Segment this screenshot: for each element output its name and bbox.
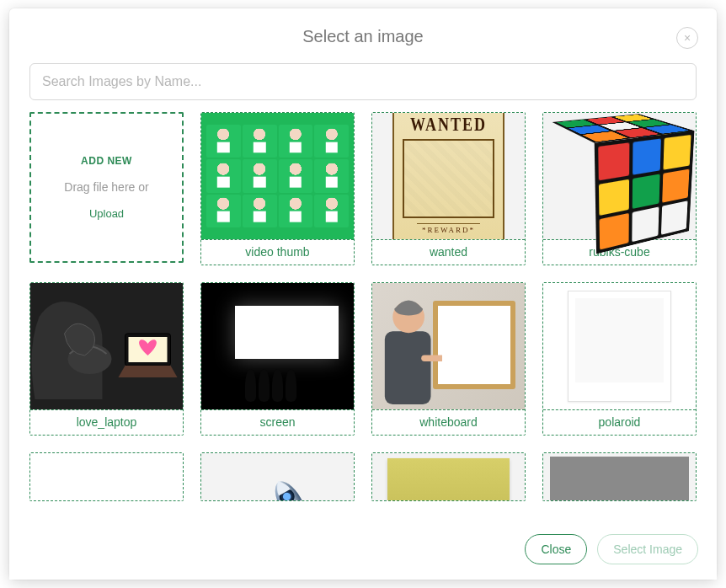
- image-tile-partial-1[interactable]: [29, 452, 184, 501]
- wanted-headline: WANTED: [410, 114, 487, 136]
- image-caption: wanted: [372, 239, 525, 265]
- image-tile-whiteboard[interactable]: whiteboard: [371, 282, 526, 436]
- image-tile-partial-4[interactable]: [542, 452, 697, 501]
- svg-marker-4: [119, 366, 178, 377]
- image-tile-polaroid[interactable]: polaroid: [542, 282, 697, 436]
- upload-heading: ADD NEW: [81, 155, 132, 167]
- thumbnail: [543, 453, 696, 500]
- image-caption: polaroid: [543, 409, 696, 435]
- thumbnail: [201, 283, 354, 409]
- image-tile-love-laptop[interactable]: love_laptop: [29, 282, 184, 436]
- thumbnail: [201, 113, 354, 239]
- select-image-modal: × Select an image ADD NEW Drag file here…: [9, 8, 717, 580]
- svg-rect-5: [385, 331, 431, 404]
- thumbnail: [543, 283, 696, 409]
- image-caption: video thumb: [201, 239, 354, 265]
- image-tile-screen[interactable]: screen: [200, 282, 355, 436]
- upload-link[interactable]: Upload: [89, 207, 124, 220]
- image-tile-partial-3[interactable]: [371, 452, 526, 501]
- thumbnail: WANTED *REWARD*: [372, 113, 525, 239]
- close-button[interactable]: Close: [525, 534, 587, 564]
- search-container: [9, 55, 717, 112]
- image-grid: ADD NEW Drag file here or Upload video t…: [29, 112, 697, 501]
- thumbnail: [30, 453, 183, 500]
- add-new-upload-tile[interactable]: ADD NEW Drag file here or Upload: [29, 112, 184, 263]
- image-grid-container: ADD NEW Drag file here or Upload video t…: [9, 112, 717, 580]
- search-input[interactable]: [29, 63, 697, 100]
- image-caption: love_laptop: [30, 409, 183, 435]
- image-tile-wanted[interactable]: WANTED *REWARD* wanted: [371, 112, 526, 265]
- thumbnail: [201, 453, 354, 500]
- upload-drag-text: Drag file here or: [64, 180, 148, 194]
- thumbnail: [30, 283, 183, 409]
- modal-title: Select an image: [29, 27, 697, 46]
- thumbnail: [543, 113, 696, 239]
- svg-rect-7: [421, 355, 442, 362]
- wanted-footer: *REWARD*: [417, 223, 480, 236]
- image-tile-partial-2[interactable]: [200, 452, 355, 501]
- image-tile-rubiks-cube[interactable]: rubiks-cube: [542, 112, 697, 265]
- thumbnail: [372, 453, 525, 500]
- thumbnail: [372, 283, 525, 409]
- close-icon[interactable]: ×: [676, 27, 698, 49]
- modal-header: Select an image: [9, 8, 717, 55]
- image-tile-video-thumb[interactable]: video thumb: [200, 112, 355, 265]
- select-image-button[interactable]: Select Image: [597, 534, 698, 564]
- image-caption: screen: [201, 409, 354, 435]
- image-caption: whiteboard: [372, 409, 525, 435]
